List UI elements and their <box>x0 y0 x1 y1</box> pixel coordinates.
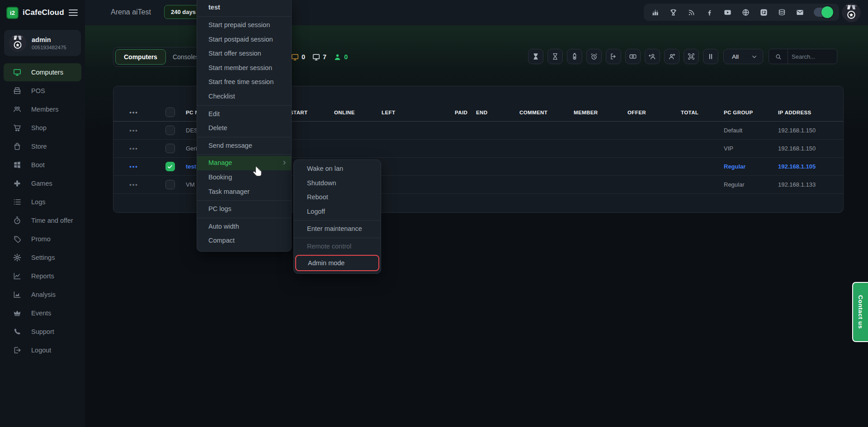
menu-item-manage[interactable]: Manage <box>197 156 291 170</box>
sidebar-item-logs[interactable]: Logs <box>4 193 81 211</box>
leaderboard-icon[interactable] <box>651 8 660 17</box>
end-session-button[interactable] <box>606 49 621 64</box>
counter-value: 7 <box>323 53 326 61</box>
sidebar-item-reports[interactable]: Reports <box>4 267 81 285</box>
tab-computers[interactable]: Computers <box>115 49 166 65</box>
pause-button[interactable] <box>703 49 718 64</box>
cell-pc-group: Default <box>724 127 778 134</box>
globe-icon[interactable] <box>741 8 750 17</box>
sidebar-item-label: Promo <box>31 235 51 243</box>
hamburger-menu-icon[interactable] <box>69 9 78 16</box>
menu-item-start-prepaid-session[interactable]: Start prepaid session <box>197 18 291 33</box>
sidebar-item-games[interactable]: Games <box>4 174 81 192</box>
menu-item-delete[interactable]: Delete <box>197 121 291 136</box>
sidebar-item-settings[interactable]: Settings <box>4 249 81 267</box>
row-menu-icon[interactable]: ••• <box>129 127 138 134</box>
add-guest-button[interactable] <box>664 49 679 64</box>
menu-item-compact[interactable]: Compact <box>197 234 291 248</box>
cell-ip-address: 192.168.1.133 <box>778 181 843 188</box>
menu-item-checklist[interactable]: Checklist <box>197 89 291 104</box>
row-checkbox-checked[interactable] <box>165 162 175 171</box>
row-menu-icon[interactable]: ••• <box>129 163 138 170</box>
submenu-item-enter-maintenance[interactable]: Enter maintenance <box>294 222 381 236</box>
hourglass-filled-button[interactable] <box>528 49 543 64</box>
alarm-clock-button[interactable] <box>586 49 602 64</box>
submenu-item-wake-on-lan[interactable]: Wake on lan <box>294 162 381 176</box>
search-input[interactable] <box>788 53 837 60</box>
select-all-checkbox[interactable] <box>165 108 175 117</box>
sidebar-item-promo[interactable]: Promo <box>4 230 81 248</box>
row-checkbox[interactable] <box>165 126 175 135</box>
menu-divider <box>197 200 291 201</box>
sidebar-item-store[interactable]: Store <box>4 137 81 155</box>
facebook-icon[interactable] <box>705 8 714 17</box>
sidebar-item-computers[interactable]: Computers <box>4 63 81 81</box>
manage-submenu: Wake on lan Shutdown Reboot Logoff Enter… <box>293 160 381 274</box>
person-green-icon <box>333 53 342 61</box>
search-icon[interactable] <box>769 49 788 64</box>
mail-icon[interactable] <box>796 8 804 17</box>
sidebar-item-shop[interactable]: Shop <box>4 119 81 137</box>
counter-pcs-busy: 0 <box>291 53 305 61</box>
view-tabs: Computers Consoles <box>113 47 206 67</box>
sidebar-item-label: Shop <box>31 124 47 131</box>
rss-icon[interactable] <box>687 8 696 17</box>
row-checkbox[interactable] <box>165 144 175 153</box>
admin-profile-card[interactable]: PLATINUM admin 005193482475 <box>4 30 81 56</box>
submenu-item-admin-mode[interactable]: Admin mode <box>295 255 379 271</box>
sidebar-item-support[interactable]: Support <box>4 323 81 341</box>
hourglass-outline-icon <box>551 52 559 61</box>
hourglass-outline-button[interactable] <box>547 49 563 64</box>
cell-ip-address: 192.168.1.105 <box>778 163 843 170</box>
icafecloud-logo-icon[interactable] <box>760 8 768 17</box>
menu-item-start-free-time-session[interactable]: Start free time session <box>197 75 291 89</box>
cell-pc-group: VIP <box>724 145 778 152</box>
menu-item-start-member-session[interactable]: Start member session <box>197 61 291 75</box>
contact-us-button[interactable]: Contact us <box>852 282 868 342</box>
menu-item-start-offer-session[interactable]: Start offer session <box>197 47 291 61</box>
sidebar-item-logout[interactable]: Logout <box>4 341 81 359</box>
menu-item-auto-width[interactable]: Auto width <box>197 220 291 234</box>
check-icon <box>167 164 173 170</box>
sidebar-item-members[interactable]: Members <box>4 100 81 118</box>
col-left: LEFT <box>382 110 455 115</box>
menu-item-pc-logs[interactable]: PC logs <box>197 202 291 216</box>
sidebar-item-pos[interactable]: POS <box>4 82 81 100</box>
menu-item-start-postpaid-session[interactable]: Start postpaid session <box>197 33 291 47</box>
context-menu-title: test <box>197 0 291 15</box>
sidebar-item-boot[interactable]: Boot <box>4 156 81 174</box>
screenshot-button[interactable] <box>684 49 699 64</box>
row-menu-icon[interactable]: ••• <box>129 145 138 152</box>
add-member-button[interactable] <box>645 49 660 64</box>
sidebar-item-time-and-offer[interactable]: Time and offer <box>4 211 81 230</box>
row-menu-icon[interactable]: ••• <box>129 181 138 188</box>
submenu-item-logoff[interactable]: Logoff <box>294 205 381 219</box>
menu-item-send-message[interactable]: Send message <box>197 139 291 153</box>
trophy-icon[interactable] <box>669 8 678 17</box>
banknote-button[interactable] <box>625 49 641 64</box>
theme-toggle[interactable] <box>814 8 832 17</box>
sidebar-item-label: Events <box>31 310 51 317</box>
sidebar-item-analysis[interactable]: Analysis <box>4 286 81 304</box>
menu-item-edit[interactable]: Edit <box>197 107 291 122</box>
submenu-item-reboot[interactable]: Reboot <box>294 190 381 205</box>
user-id: 005193482475 <box>32 45 66 50</box>
menu-item-booking[interactable]: Booking <box>197 170 291 185</box>
topbar-avatar[interactable]: PLATINUM <box>842 3 861 22</box>
row-checkbox[interactable] <box>165 180 175 189</box>
youtube-icon[interactable] <box>723 8 732 17</box>
sidebar-item-events[interactable]: Events <box>4 304 81 322</box>
submenu-item-remote-control[interactable]: Remote control <box>294 239 381 254</box>
cell-pc-group: Regular <box>724 181 778 188</box>
submenu-item-shutdown[interactable]: Shutdown <box>294 176 381 191</box>
status-filter-select[interactable]: All <box>723 49 763 64</box>
header-row-menu-icon[interactable]: ••• <box>129 109 138 116</box>
battery-button[interactable] <box>567 49 582 64</box>
cell-pc-group: Regular <box>724 163 778 170</box>
cash-stack-icon[interactable] <box>778 8 786 17</box>
col-end: END <box>476 110 519 115</box>
screenshot-icon <box>687 52 695 61</box>
menu-item-task-manager[interactable]: Task manager <box>197 185 291 199</box>
sidebar-item-label: Boot <box>31 161 45 169</box>
menu-divider <box>197 16 291 17</box>
